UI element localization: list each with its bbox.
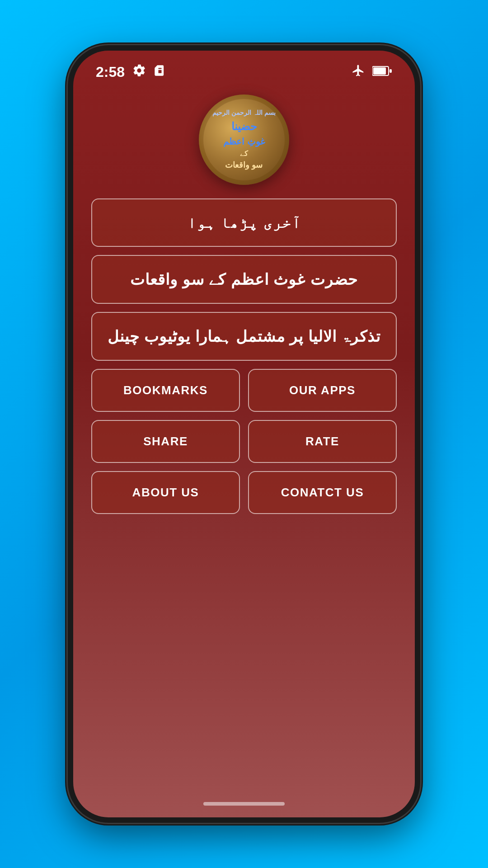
- our-apps-button[interactable]: OUR APPS: [248, 369, 397, 412]
- button-row-3: ABOUT US CONATCT US: [91, 471, 397, 514]
- status-bar: 2:58: [73, 51, 415, 85]
- status-left: 2:58: [96, 63, 166, 81]
- phone-frame: 2:58: [68, 45, 420, 823]
- logo-text-line2: حضینا: [231, 118, 257, 135]
- share-button[interactable]: SHARE: [91, 420, 240, 463]
- status-right: [352, 64, 392, 80]
- logo-text-line4: کے: [240, 148, 248, 159]
- phone-screen: 2:58: [73, 51, 415, 817]
- battery-icon: [372, 65, 392, 80]
- logo-text-line3: غوثِ اعظم: [223, 135, 265, 148]
- about-us-button[interactable]: ABOUT US: [91, 471, 240, 514]
- status-time: 2:58: [96, 64, 125, 80]
- hazrat-ghous-button[interactable]: حضرت غوث اعظم کے سو واقعات: [91, 255, 397, 304]
- bookmarks-button[interactable]: BOOKMARKS: [91, 369, 240, 412]
- home-bar: [203, 802, 285, 806]
- settings-icon: [132, 63, 146, 81]
- logo-text-line5: سو واقعات: [225, 159, 263, 171]
- airplane-icon: [352, 64, 365, 80]
- button-row-1: BOOKMARKS OUR APPS: [91, 369, 397, 412]
- contact-us-button[interactable]: CONATCT US: [248, 471, 397, 514]
- logo-text-line1: بسم اللہ الرحمن الرحیم: [212, 108, 276, 118]
- home-indicator: [73, 790, 415, 817]
- svg-rect-1: [373, 67, 386, 75]
- last-read-button[interactable]: آخری پڑھا ہوا: [91, 198, 397, 247]
- sim-icon: [154, 64, 166, 80]
- svg-rect-2: [389, 69, 392, 73]
- tazkirah-button[interactable]: تذکرۃ الالیا پر مشتمل ہمارا یوٹیوب چینل: [91, 312, 397, 361]
- app-logo: بسم اللہ الرحمن الرحیم حضینا غوثِ اعظم ک…: [199, 94, 289, 185]
- rate-button[interactable]: RATE: [248, 420, 397, 463]
- button-row-2: SHARE RATE: [91, 420, 397, 463]
- logo-inner: بسم اللہ الرحمن الرحیم حضینا غوثِ اعظم ک…: [203, 99, 285, 180]
- main-content: بسم اللہ الرحمن الرحیم حضینا غوثِ اعظم ک…: [73, 85, 415, 790]
